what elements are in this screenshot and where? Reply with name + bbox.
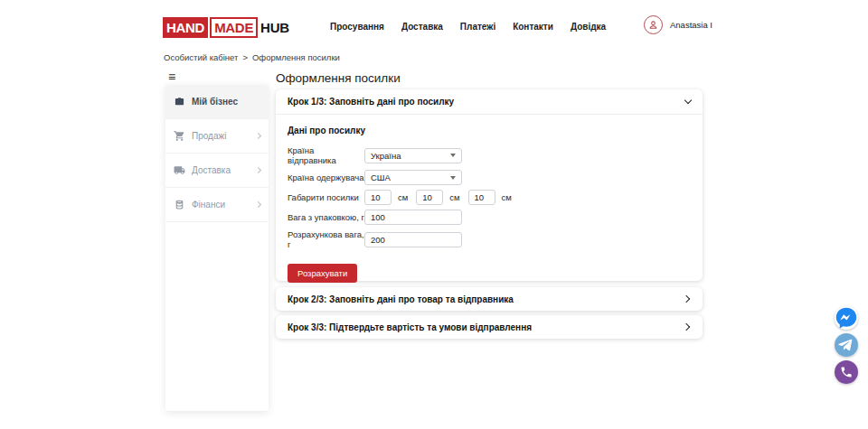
breadcrumb-parcel-checkout[interactable]: Оформлення посилки	[252, 52, 340, 62]
sidebar: Мій бізнес Продажі Доставка Фінанси	[165, 85, 269, 411]
recipient-country-label: Країна одержувача	[288, 173, 364, 182]
cart-icon	[174, 130, 185, 142]
dimension-unit-label: см	[449, 192, 459, 202]
chevron-right-icon	[683, 323, 690, 331]
nav-item-contacts[interactable]: Контакти	[513, 22, 553, 32]
step1-header[interactable]: Крок 1/3: Заповніть дані про посилку	[276, 89, 703, 114]
messenger-icon	[835, 306, 858, 330]
chevron-right-icon	[255, 167, 261, 173]
sidebar-item-label: Фінанси	[192, 200, 225, 210]
select-caret-icon	[450, 176, 456, 180]
sidebar-item-label: Мій бізнес	[192, 97, 238, 107]
dimension-width-input[interactable]	[416, 190, 443, 205]
sender-country-select[interactable]: Україна	[364, 148, 462, 163]
sender-country-row: Країна відправника Україна	[288, 145, 691, 165]
sender-country-label: Країна відправника	[288, 145, 364, 165]
sidebar-item-delivery[interactable]: Доставка	[165, 154, 269, 188]
dimension-height-input[interactable]	[468, 190, 495, 205]
handmade-hub-logo[interactable]: HAND MADE HUB	[163, 17, 289, 38]
logo-hand: HAND	[163, 17, 208, 38]
user-name: Anastasia I	[670, 20, 712, 30]
sidebar-item-label: Доставка	[192, 165, 231, 175]
dimension-unit-label: см	[398, 192, 408, 202]
nav-item-payments[interactable]: Платежі	[460, 22, 495, 32]
step3-title: Крок 3/3: Підтвердьте вартість та умови …	[288, 322, 532, 332]
viber-icon	[835, 360, 858, 384]
sidebar-item-sales[interactable]: Продажі	[165, 119, 269, 154]
weight-calculated-label: Розрахункова вага, г	[288, 229, 364, 249]
weight-packed-row: Вага з упаковкою, г	[288, 210, 691, 225]
step2-title: Крок 2/3: Заповніть дані про товар та ві…	[288, 294, 514, 304]
step3-header[interactable]: Крок 3/3: Підтвердьте вартість та умови …	[276, 315, 703, 339]
briefcase-icon	[174, 96, 185, 107]
sender-country-value: Україна	[371, 151, 401, 161]
step3-card: Крок 3/3: Підтвердьте вартість та умови …	[276, 315, 703, 339]
parcel-checkout-page: HAND MADE HUB Просування Доставка Платеж…	[0, 0, 868, 429]
weight-packed-label: Вага з упаковкою, г	[288, 212, 364, 222]
chevron-down-icon	[684, 97, 692, 104]
dimensions-label: Габарити посилки	[288, 192, 364, 202]
step1-body: Дані про посилку Країна відправника Укра…	[276, 114, 703, 293]
chevron-right-icon	[255, 133, 261, 139]
logo-made: MADE	[210, 17, 258, 38]
breadcrumb-personal-cabinet[interactable]: Особистий кабінет	[164, 52, 238, 62]
step1-title: Крок 1/3: Заповніть дані про посилку	[288, 97, 454, 107]
telegram-contact-button[interactable]	[835, 333, 858, 357]
user-account-menu[interactable]: Anastasia I	[644, 15, 712, 34]
breadcrumb-separator: >	[242, 52, 248, 62]
weight-calculated-input[interactable]	[364, 232, 462, 247]
parcel-data-section-title: Дані про посилку	[288, 126, 691, 135]
top-header: HAND MADE HUB Просування Доставка Платеж…	[0, 0, 868, 50]
viber-contact-button[interactable]	[835, 360, 858, 384]
nav-item-help[interactable]: Довідка	[571, 22, 606, 32]
select-caret-icon	[450, 154, 456, 157]
sidebar-item-label: Продажі	[192, 131, 226, 141]
nav-item-promotion[interactable]: Просування	[330, 22, 384, 32]
step2-header[interactable]: Крок 2/3: Заповніть дані про товар та ві…	[276, 287, 703, 311]
messenger-contact-button[interactable]	[835, 306, 858, 330]
weight-packed-input[interactable]	[364, 210, 462, 225]
nav-item-delivery[interactable]: Доставка	[401, 22, 443, 32]
recipient-country-row: Країна одержувача США	[288, 170, 691, 185]
step1-card: Крок 1/3: Заповніть дані про посилку Дан…	[276, 89, 703, 281]
dimension-unit-label: см	[502, 192, 512, 202]
coins-icon	[174, 199, 185, 210]
dimensions-row: Габарити посилки см см см	[288, 190, 691, 205]
sidebar-toggle-hamburger-icon[interactable]: ≡	[168, 70, 175, 83]
chevron-right-icon	[683, 295, 690, 303]
dimension-length-input[interactable]	[364, 190, 392, 205]
recipient-country-select[interactable]: США	[364, 170, 462, 185]
user-avatar-icon	[644, 15, 663, 34]
sidebar-item-finance[interactable]: Фінанси	[165, 188, 269, 222]
weight-calculated-row: Розрахункова вага, г	[288, 229, 691, 249]
truck-icon	[174, 164, 185, 176]
step2-card: Крок 2/3: Заповніть дані про товар та ві…	[276, 287, 703, 311]
chevron-right-icon	[255, 201, 261, 208]
breadcrumb: Особистий кабінет > Оформлення посилки	[164, 52, 340, 62]
calculate-button[interactable]: Розрахувати	[288, 264, 357, 283]
telegram-icon	[835, 333, 858, 357]
page-title: Оформлення посилки	[276, 71, 401, 85]
recipient-country-value: США	[371, 173, 391, 182]
sidebar-item-my-business[interactable]: Мій бізнес	[165, 85, 269, 119]
main-nav: Просування Доставка Платежі Контакти Дов…	[330, 22, 606, 32]
logo-hub: HUB	[258, 17, 289, 38]
